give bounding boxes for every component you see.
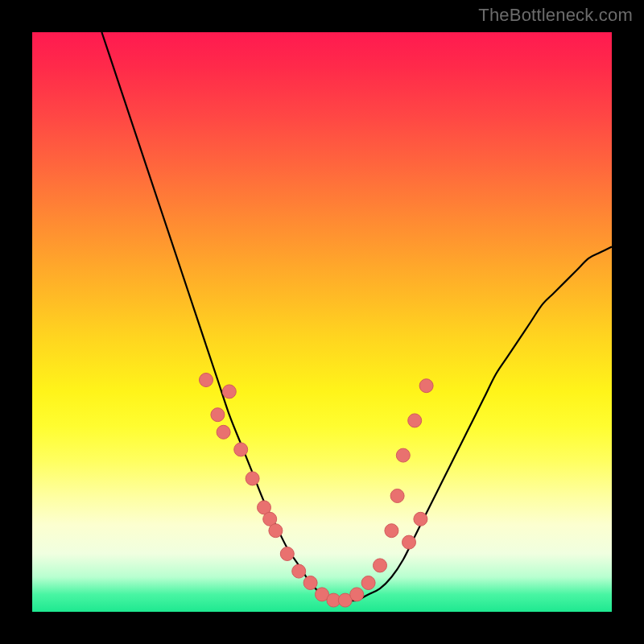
chart-frame: TheBottleneck.com <box>0 0 644 644</box>
data-dot <box>385 524 398 538</box>
data-dots <box>200 374 434 608</box>
data-dot <box>402 535 416 549</box>
data-dot <box>303 576 317 590</box>
data-dot <box>292 564 306 578</box>
data-dot <box>414 512 427 526</box>
data-dot <box>419 379 433 393</box>
plot-area <box>32 32 612 612</box>
data-dot <box>374 559 387 572</box>
data-dot <box>350 588 364 601</box>
data-dot <box>269 524 283 538</box>
data-dot <box>211 408 225 422</box>
watermark-text: TheBottleneck.com <box>478 5 633 26</box>
data-dot <box>280 547 294 561</box>
data-dot <box>408 414 422 427</box>
data-dot <box>234 443 248 456</box>
data-dot <box>217 425 230 439</box>
data-dot <box>246 472 259 485</box>
data-dot <box>396 448 410 462</box>
data-dot <box>361 576 375 590</box>
data-dot <box>390 489 404 503</box>
data-dot <box>200 374 213 387</box>
data-dot <box>222 385 236 398</box>
curve-svg <box>32 32 612 612</box>
bottleneck-curve <box>101 32 612 601</box>
